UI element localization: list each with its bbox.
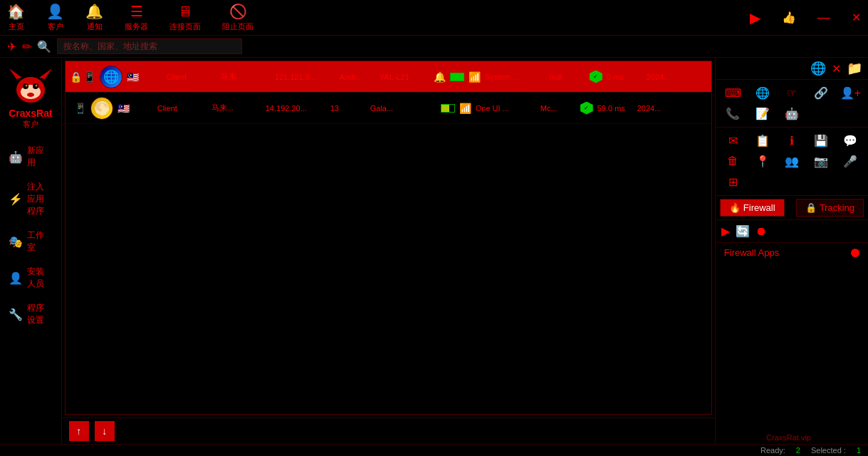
nav-home-label: 主页 (9, 21, 24, 32)
firewall-controls: ▶ 🔄 ⏺ (716, 220, 868, 243)
device-icons: 📱 (70, 103, 86, 114)
battery-indicator (441, 104, 455, 113)
nav-block[interactable]: 🚫 阻止页面 (222, 3, 253, 32)
battery-fill (441, 105, 449, 112)
nav-connect[interactable]: 🖥 连接页面 (169, 4, 201, 32)
search-input[interactable] (57, 38, 242, 54)
edit-icon[interactable]: ✏ (22, 40, 31, 53)
camera-icon[interactable]: 📷 (808, 152, 835, 170)
wifi-icon: 📶 (469, 71, 481, 83)
client-extra: null (550, 73, 585, 81)
left-sidebar: CraxsRat 客户 🤖 新应用 ⚡ 注入应用程序 🎭 工作室 👤 安装人员 … (0, 58, 62, 444)
settings-icon: 🔧 (9, 308, 23, 321)
svg-point-8 (27, 93, 34, 97)
table-bottom-bar: ↑ ↓ (62, 418, 715, 444)
top-navigation: 🏠 主页 👤 客户 🔔 通知 ☰ 服务器 🖥 连接页面 🚫 阻止页面 ▶ 👍 —… (0, 0, 868, 36)
sidebar-inject-label: 注入应用程序 (27, 181, 53, 217)
notify-icon: 🔔 (85, 3, 103, 20)
notepad-icon[interactable]: 📝 (749, 105, 775, 123)
sidebar-workshop-label: 工作室 (27, 229, 53, 254)
nav-client[interactable]: 👤 客户 (46, 3, 64, 32)
nav-notify[interactable]: 🔔 通知 (85, 3, 103, 32)
tab-tracking[interactable]: 🔒 Tracking (796, 199, 864, 217)
svg-marker-2 (39, 68, 52, 79)
link-icon[interactable]: 🔗 (808, 84, 835, 102)
send-icon[interactable]: ✈ (7, 40, 16, 53)
location-icon[interactable]: 📍 (749, 152, 775, 170)
right-icon-grid-1: ⌨ 🌐 ☞ 🔗 👤+ 📞 📝 🤖 (716, 80, 868, 128)
table-row[interactable]: 📱 🌕 🇲🇾 Client 马来... 14.192.20... 13 Gala… (66, 93, 711, 124)
close-icon[interactable]: ✕ (852, 11, 861, 24)
sidebar-item-newapp[interactable]: 🤖 新应用 (0, 140, 61, 173)
client-ping: 0 ms (607, 73, 642, 81)
keyboard-icon[interactable]: ⌨ (720, 84, 746, 102)
client-ip: 14.192.20... (266, 104, 326, 113)
country-flag: 🇲🇾 (127, 71, 162, 83)
right-icon-grid-2: ✉ 📋 ℹ 💾 💬 🗑 📍 👥 📷 🎤 ⊞ (716, 128, 868, 196)
bell-icon: 🔔 (434, 71, 446, 83)
client-extra: Mc... (540, 104, 576, 113)
info-icon[interactable]: ℹ (778, 132, 805, 150)
client-avatar: 🌕 (90, 97, 113, 120)
globe-icon[interactable]: 🌐 (810, 61, 826, 76)
connect-icon: 🖥 (178, 4, 192, 20)
sidebar-installer-label: 安装人员 (27, 266, 53, 290)
mic-icon[interactable]: 🎤 (837, 152, 864, 170)
scroll-down-button[interactable]: ↓ (95, 421, 115, 441)
logo-title: CraxsRat (9, 108, 52, 119)
record-button[interactable]: ⏺ (755, 225, 767, 238)
search-icon[interactable]: 🔍 (37, 40, 51, 53)
phone2-icon[interactable]: 📞 (720, 105, 746, 123)
table-row[interactable]: 🔒 📱 🌐 🇲🇾 Client 马来... 121.121.9... Andr.… (66, 61, 711, 93)
scroll-up-button[interactable]: ↑ (69, 421, 89, 441)
youtube-icon[interactable]: ▶ (750, 9, 760, 26)
globe2-icon[interactable]: 🌐 (749, 84, 775, 102)
client-country: 马来... (211, 103, 261, 113)
installer-icon: 👤 (9, 271, 23, 285)
logo-area: CraxsRat 客户 (9, 65, 52, 130)
logo-subtitle: 客户 (23, 119, 38, 130)
cursor-icon[interactable]: ☞ (778, 84, 805, 102)
apps-icon[interactable]: ⊞ (720, 173, 746, 191)
contacts-icon[interactable]: 👥 (778, 152, 805, 170)
nav-connect-label: 连接页面 (169, 21, 201, 32)
wifi-icon: 📶 (459, 103, 471, 114)
sidebar-item-installer[interactable]: 👤 安装人员 (0, 261, 61, 294)
client-network: System ... (485, 73, 545, 81)
tab-firewall[interactable]: 🔥 Firewall (720, 199, 785, 217)
ready-label: Ready: (760, 446, 785, 455)
refresh-button[interactable]: 🔄 (736, 224, 750, 238)
sidebar-item-inject[interactable]: ⚡ 注入应用程序 (0, 177, 61, 222)
minus-icon[interactable]: — (817, 10, 830, 25)
country-flag: 🇲🇾 (117, 103, 153, 114)
workshop-icon: 🎭 (9, 235, 23, 249)
sidebar-item-settings[interactable]: 🔧 程序设置 (0, 298, 61, 331)
server-icon: ☰ (130, 3, 143, 20)
battery-indicator (450, 73, 464, 81)
sidebar-item-workshop[interactable]: 🎭 工作室 (0, 225, 61, 258)
nav-server-label: 服务器 (125, 21, 148, 32)
right-panel: 🌐 ✕ 📁 ⌨ 🌐 ☞ 🔗 👤+ 📞 📝 🤖 ✉ 📋 ℹ 💾 💬 🗑 📍 👥 � (715, 58, 868, 444)
client-name: Client (157, 104, 207, 113)
phone-icon: 📱 (83, 71, 95, 83)
pocket-icon[interactable]: 💾 (808, 132, 835, 150)
adduser-icon[interactable]: 👤+ (837, 84, 864, 102)
ready-value: 2 (796, 446, 800, 455)
nav-client-label: 客户 (48, 21, 63, 32)
nav-home[interactable]: 🏠 主页 (7, 3, 25, 32)
content-area: 🔒 📱 🌐 🇲🇾 Client 马来... 121.121.9... Andr.… (62, 58, 715, 444)
lock2-icon: 🔒 (805, 202, 817, 213)
trash-icon[interactable]: 🗑 (720, 152, 746, 170)
client-version: Andr... (340, 73, 375, 81)
folder-icon[interactable]: 📁 (847, 61, 862, 76)
play-button[interactable]: ▶ (721, 224, 730, 238)
clipboard-icon[interactable]: 📋 (749, 132, 775, 150)
chat-icon[interactable]: 💬 (837, 132, 864, 150)
close-right-icon[interactable]: ✕ (832, 62, 841, 76)
nav-server[interactable]: ☰ 服务器 (125, 3, 148, 32)
thumbsup-icon[interactable]: 👍 (782, 11, 796, 24)
mail-icon[interactable]: ✉ (720, 132, 746, 150)
android2-icon[interactable]: 🤖 (778, 105, 805, 123)
sidebar-newapp-label: 新应用 (27, 145, 53, 169)
sidebar-settings-label: 程序设置 (27, 302, 53, 326)
